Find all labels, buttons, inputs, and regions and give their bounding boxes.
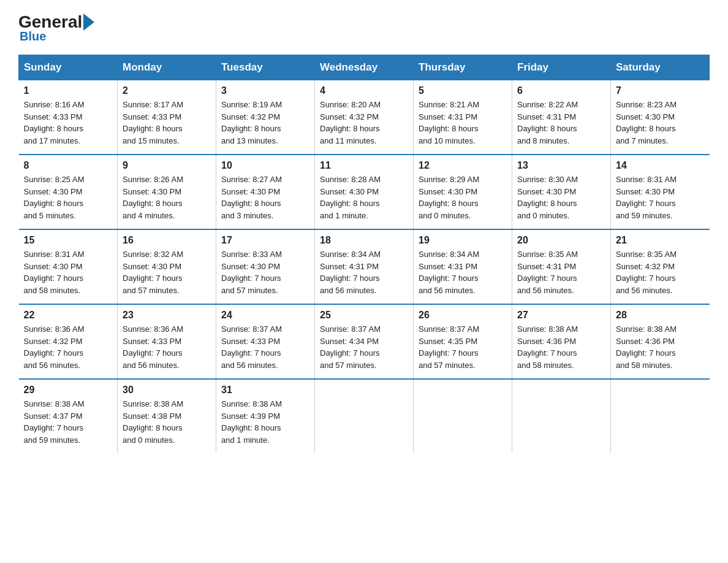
day-info: Sunrise: 8:23 AMSunset: 4:30 PMDaylight:… <box>616 100 677 145</box>
calendar-cell: 5 Sunrise: 8:21 AMSunset: 4:31 PMDayligh… <box>414 80 512 155</box>
header-wednesday: Wednesday <box>315 55 414 80</box>
day-info: Sunrise: 8:38 AMSunset: 4:36 PMDaylight:… <box>517 324 578 370</box>
calendar-cell: 23 Sunrise: 8:36 AMSunset: 4:33 PMDaylig… <box>118 304 216 379</box>
calendar-cell: 8 Sunrise: 8:25 AMSunset: 4:30 PMDayligh… <box>19 155 118 229</box>
calendar-cell: 15 Sunrise: 8:31 AMSunset: 4:30 PMDaylig… <box>19 229 118 304</box>
day-info: Sunrise: 8:17 AMSunset: 4:33 PMDaylight:… <box>123 100 183 145</box>
day-number: 27 <box>517 310 605 321</box>
day-number: 19 <box>419 235 507 246</box>
calendar-cell: 13 Sunrise: 8:30 AMSunset: 4:30 PMDaylig… <box>512 155 611 229</box>
calendar-header-row: SundayMondayTuesdayWednesdayThursdayFrid… <box>19 55 710 80</box>
day-info: Sunrise: 8:16 AMSunset: 4:33 PMDaylight:… <box>24 100 85 145</box>
day-info: Sunrise: 8:37 AMSunset: 4:33 PMDaylight:… <box>221 324 282 370</box>
week-row-3: 15 Sunrise: 8:31 AMSunset: 4:30 PMDaylig… <box>19 229 710 304</box>
day-number: 20 <box>517 235 605 246</box>
calendar-cell: 27 Sunrise: 8:38 AMSunset: 4:36 PMDaylig… <box>512 304 611 379</box>
day-number: 31 <box>221 385 309 396</box>
day-number: 18 <box>320 235 408 246</box>
day-number: 4 <box>320 85 408 96</box>
calendar-cell: 30 Sunrise: 8:38 AMSunset: 4:38 PMDaylig… <box>118 379 216 453</box>
calendar-cell: 24 Sunrise: 8:37 AMSunset: 4:33 PMDaylig… <box>216 304 315 379</box>
day-number: 24 <box>221 310 309 321</box>
logo-blue: Blue <box>20 29 46 44</box>
week-row-2: 8 Sunrise: 8:25 AMSunset: 4:30 PMDayligh… <box>19 155 710 229</box>
day-info: Sunrise: 8:37 AMSunset: 4:34 PMDaylight:… <box>320 324 381 370</box>
day-info: Sunrise: 8:35 AMSunset: 4:31 PMDaylight:… <box>517 250 578 295</box>
calendar-cell: 29 Sunrise: 8:38 AMSunset: 4:37 PMDaylig… <box>19 379 118 453</box>
day-number: 12 <box>419 160 507 171</box>
day-info: Sunrise: 8:29 AMSunset: 4:30 PMDaylight:… <box>419 175 479 220</box>
calendar-cell: 12 Sunrise: 8:29 AMSunset: 4:30 PMDaylig… <box>414 155 512 229</box>
day-number: 23 <box>123 310 211 321</box>
day-number: 5 <box>419 85 507 96</box>
calendar-cell <box>414 379 512 453</box>
day-number: 26 <box>419 310 507 321</box>
day-number: 16 <box>123 235 211 246</box>
header-friday: Friday <box>512 55 611 80</box>
header-tuesday: Tuesday <box>216 55 315 80</box>
logo: General Blue <box>18 12 96 44</box>
day-info: Sunrise: 8:21 AMSunset: 4:31 PMDaylight:… <box>419 100 479 145</box>
calendar-cell: 14 Sunrise: 8:31 AMSunset: 4:30 PMDaylig… <box>611 155 710 229</box>
calendar-cell: 31 Sunrise: 8:38 AMSunset: 4:39 PMDaylig… <box>216 379 315 453</box>
day-info: Sunrise: 8:31 AMSunset: 4:30 PMDaylight:… <box>24 250 85 295</box>
day-info: Sunrise: 8:19 AMSunset: 4:32 PMDaylight:… <box>221 100 282 145</box>
calendar-cell: 9 Sunrise: 8:26 AMSunset: 4:30 PMDayligh… <box>118 155 216 229</box>
day-info: Sunrise: 8:32 AMSunset: 4:30 PMDaylight:… <box>123 250 183 295</box>
day-info: Sunrise: 8:33 AMSunset: 4:30 PMDaylight:… <box>221 250 282 295</box>
calendar-cell: 10 Sunrise: 8:27 AMSunset: 4:30 PMDaylig… <box>216 155 315 229</box>
day-number: 13 <box>517 160 605 171</box>
calendar-cell: 21 Sunrise: 8:35 AMSunset: 4:32 PMDaylig… <box>611 229 710 304</box>
day-number: 10 <box>221 160 309 171</box>
logo-arrow-icon <box>83 13 94 31</box>
day-number: 6 <box>517 85 605 96</box>
day-number: 14 <box>616 160 705 171</box>
day-number: 7 <box>616 85 705 96</box>
calendar-cell: 28 Sunrise: 8:38 AMSunset: 4:36 PMDaylig… <box>611 304 710 379</box>
day-number: 3 <box>221 85 309 96</box>
header-saturday: Saturday <box>611 55 710 80</box>
calendar-cell: 4 Sunrise: 8:20 AMSunset: 4:32 PMDayligh… <box>315 80 414 155</box>
day-number: 17 <box>221 235 309 246</box>
day-info: Sunrise: 8:34 AMSunset: 4:31 PMDaylight:… <box>320 250 381 295</box>
day-info: Sunrise: 8:38 AMSunset: 4:39 PMDaylight:… <box>221 399 282 445</box>
calendar-cell: 7 Sunrise: 8:23 AMSunset: 4:30 PMDayligh… <box>611 80 710 155</box>
day-info: Sunrise: 8:37 AMSunset: 4:35 PMDaylight:… <box>419 324 479 370</box>
day-number: 15 <box>24 235 113 246</box>
calendar-cell: 26 Sunrise: 8:37 AMSunset: 4:35 PMDaylig… <box>414 304 512 379</box>
day-info: Sunrise: 8:27 AMSunset: 4:30 PMDaylight:… <box>221 175 282 220</box>
day-info: Sunrise: 8:20 AMSunset: 4:32 PMDaylight:… <box>320 100 381 145</box>
calendar-cell <box>611 379 710 453</box>
day-number: 8 <box>24 160 113 171</box>
day-info: Sunrise: 8:30 AMSunset: 4:30 PMDaylight:… <box>517 175 578 220</box>
calendar-cell: 17 Sunrise: 8:33 AMSunset: 4:30 PMDaylig… <box>216 229 315 304</box>
calendar-cell: 11 Sunrise: 8:28 AMSunset: 4:30 PMDaylig… <box>315 155 414 229</box>
header-thursday: Thursday <box>414 55 512 80</box>
calendar-cell: 20 Sunrise: 8:35 AMSunset: 4:31 PMDaylig… <box>512 229 611 304</box>
day-number: 21 <box>616 235 705 246</box>
day-info: Sunrise: 8:38 AMSunset: 4:36 PMDaylight:… <box>616 324 677 370</box>
day-info: Sunrise: 8:31 AMSunset: 4:30 PMDaylight:… <box>616 175 677 220</box>
day-number: 28 <box>616 310 705 321</box>
calendar-cell <box>512 379 611 453</box>
day-info: Sunrise: 8:38 AMSunset: 4:38 PMDaylight:… <box>123 399 183 445</box>
calendar-cell: 16 Sunrise: 8:32 AMSunset: 4:30 PMDaylig… <box>118 229 216 304</box>
calendar-cell: 19 Sunrise: 8:34 AMSunset: 4:31 PMDaylig… <box>414 229 512 304</box>
day-number: 30 <box>123 385 211 396</box>
calendar-cell: 18 Sunrise: 8:34 AMSunset: 4:31 PMDaylig… <box>315 229 414 304</box>
day-info: Sunrise: 8:22 AMSunset: 4:31 PMDaylight:… <box>517 100 578 145</box>
day-info: Sunrise: 8:38 AMSunset: 4:37 PMDaylight:… <box>24 399 85 445</box>
day-info: Sunrise: 8:35 AMSunset: 4:32 PMDaylight:… <box>616 250 677 295</box>
day-info: Sunrise: 8:36 AMSunset: 4:33 PMDaylight:… <box>123 324 183 370</box>
day-number: 22 <box>24 310 113 321</box>
calendar-cell: 25 Sunrise: 8:37 AMSunset: 4:34 PMDaylig… <box>315 304 414 379</box>
day-info: Sunrise: 8:25 AMSunset: 4:30 PMDaylight:… <box>24 175 85 220</box>
calendar-table: SundayMondayTuesdayWednesdayThursdayFrid… <box>18 55 710 453</box>
day-info: Sunrise: 8:26 AMSunset: 4:30 PMDaylight:… <box>123 175 183 220</box>
calendar-cell: 2 Sunrise: 8:17 AMSunset: 4:33 PMDayligh… <box>118 80 216 155</box>
calendar-cell <box>315 379 414 453</box>
day-number: 9 <box>123 160 211 171</box>
day-number: 2 <box>123 85 211 96</box>
calendar-cell: 22 Sunrise: 8:36 AMSunset: 4:32 PMDaylig… <box>19 304 118 379</box>
header-monday: Monday <box>118 55 216 80</box>
